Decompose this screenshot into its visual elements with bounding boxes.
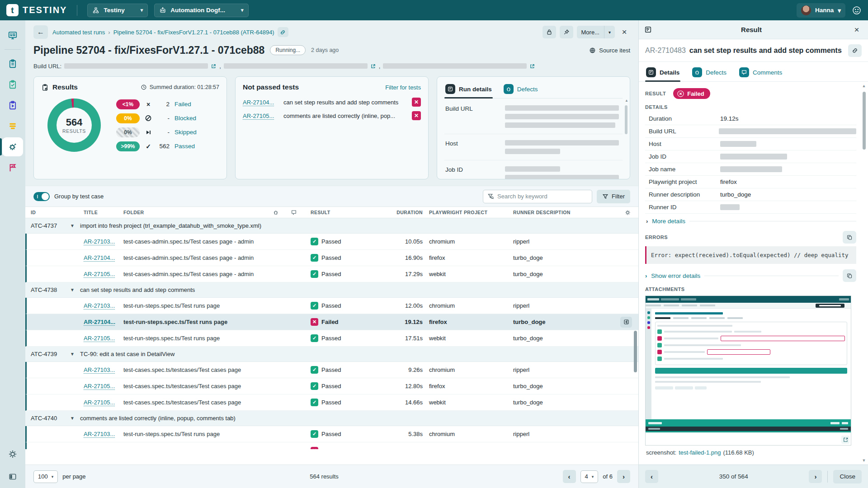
- col-folder[interactable]: FOLDER: [123, 210, 273, 215]
- expand-attachment-icon[interactable]: [841, 436, 849, 444]
- sidebar-item-test-cases[interactable]: [2, 54, 23, 73]
- group-row[interactable]: ATC-4740▼ comments are listed correctly …: [25, 411, 638, 426]
- table-row[interactable]: AR-27105... test-cases.spec.ts/testcases…: [25, 394, 638, 411]
- table-row[interactable]: AR-27103... test-cases.spec.ts/testcases…: [25, 362, 638, 378]
- search-input[interactable]: [497, 193, 588, 200]
- more-details-link[interactable]: ›More details: [645, 214, 856, 229]
- sidebar-item-requirements[interactable]: [2, 117, 23, 136]
- breadcrumb-link-runs[interactable]: Automated test runs: [52, 29, 105, 36]
- table-row[interactable]: AR-27103... test-run-steps.spec.ts/Test …: [25, 426, 638, 442]
- table-row[interactable]: AR-27103... test-cases-admin.spec.ts/Tes…: [25, 234, 638, 250]
- tab-run-details[interactable]: Run details: [444, 83, 493, 98]
- result-id-link[interactable]: AR-27105...: [84, 383, 115, 389]
- external-link-icon[interactable]: [529, 63, 535, 69]
- more-button[interactable]: More...: [577, 26, 604, 38]
- col-title[interactable]: TITLE: [84, 210, 123, 215]
- open-side-panel-button[interactable]: [620, 317, 632, 328]
- result-id-link[interactable]: AR-27104...: [84, 319, 115, 325]
- result-id-link[interactable]: AR-27104...: [84, 254, 115, 261]
- tab-comments[interactable]: Comments: [738, 66, 783, 81]
- group-row[interactable]: ATC-4737▼ import into fresh project (trl…: [25, 218, 638, 234]
- result-id-link[interactable]: AR-27105...: [243, 113, 278, 119]
- help-smiley-icon[interactable]: [852, 5, 862, 15]
- group-row[interactable]: ATC-4739▼ TC-90: edit a test case in Det…: [25, 347, 638, 362]
- tab-defects-panel[interactable]: Defects: [691, 66, 727, 81]
- pin-button[interactable]: [560, 26, 573, 38]
- table-scrollbar[interactable]: [634, 238, 638, 465]
- table-row-partial[interactable]: ✕: [25, 442, 638, 449]
- table-row[interactable]: AR-27105... test-run-steps.spec.ts/Test …: [25, 330, 638, 347]
- sidebar-item-test-plans[interactable]: [2, 75, 23, 94]
- project-selector[interactable]: Automation Dogf... ▾: [154, 4, 248, 17]
- lock-button[interactable]: [542, 26, 556, 38]
- result-id-link[interactable]: AR-27105...: [84, 399, 115, 406]
- expand-panel-icon[interactable]: [644, 26, 652, 33]
- scrollbar-thumb[interactable]: [863, 92, 866, 150]
- result-id-link[interactable]: AR-27105...: [84, 335, 115, 342]
- comment-column-icon[interactable]: [291, 209, 311, 216]
- per-page-select[interactable]: 100 ▾: [33, 470, 58, 483]
- sidebar-item-dashboard[interactable]: [2, 26, 23, 45]
- col-playwright-project[interactable]: PLAYWRIGHT PROJECT: [423, 210, 513, 215]
- prev-page-button[interactable]: ‹: [563, 470, 576, 483]
- sidebar-item-reports[interactable]: [2, 158, 23, 177]
- tab-details[interactable]: Details: [645, 66, 680, 81]
- group-row[interactable]: ATC-4738▼ can set step results and add s…: [25, 282, 638, 298]
- copy-errors-button[interactable]: [843, 231, 856, 244]
- col-id[interactable]: ID: [31, 210, 84, 215]
- breadcrumb-current[interactable]: Pipeline 52704 - fix/FixesForV1.27.1 - 0…: [113, 29, 274, 36]
- failed-x-icon[interactable]: ✕: [412, 98, 421, 107]
- close-panel-button[interactable]: ×: [851, 23, 863, 36]
- back-button[interactable]: ←: [33, 25, 48, 39]
- page-select[interactable]: 4 ▾: [580, 470, 599, 483]
- scroll-down-icon[interactable]: ▼: [862, 458, 866, 463]
- filter-for-tests-link[interactable]: Filter for tests: [385, 84, 421, 91]
- failed-x-icon[interactable]: ✕: [412, 111, 421, 120]
- table-row[interactable]: AR-27103... test-run-steps.spec.ts/Test …: [25, 298, 638, 314]
- result-id-link[interactable]: AR-27103...: [84, 431, 115, 437]
- card-scrollbar[interactable]: ▲: [625, 99, 628, 152]
- col-result[interactable]: RESULT: [311, 210, 383, 215]
- filter-button[interactable]: Filter: [597, 190, 630, 203]
- legend-label-link[interactable]: Passed: [175, 143, 195, 150]
- legend-label-link[interactable]: Skipped: [175, 129, 197, 136]
- tab-defects[interactable]: Defects: [503, 83, 539, 98]
- more-chevron-button[interactable]: ▾: [604, 26, 615, 38]
- next-page-button[interactable]: ›: [617, 470, 630, 483]
- external-link-icon[interactable]: [370, 63, 376, 69]
- legend-label-link[interactable]: Failed: [175, 101, 191, 108]
- group-by-toggle[interactable]: [33, 192, 50, 201]
- table-settings-gear-icon[interactable]: [611, 209, 638, 216]
- result-id-link[interactable]: AR-27104...: [243, 99, 278, 106]
- panel-scrollbar[interactable]: ▲ ▼: [861, 84, 867, 463]
- result-id-link[interactable]: AR-27105...: [84, 271, 115, 277]
- sidebar-item-test-runs[interactable]: [2, 96, 23, 115]
- sidebar-item-automation[interactable]: [2, 137, 23, 156]
- attachment-filename-link[interactable]: test-failed-1.png: [679, 449, 721, 456]
- scrollbar-thumb[interactable]: [634, 331, 637, 372]
- not-passed-item[interactable]: AR-27105... comments are listed correctl…: [243, 111, 421, 120]
- close-run-button[interactable]: ×: [618, 26, 630, 38]
- bug-column-icon[interactable]: [273, 209, 291, 216]
- col-duration[interactable]: DURATION: [383, 210, 423, 215]
- col-runner-description[interactable]: RUNNER DESCRIPTION: [513, 210, 611, 215]
- scroll-up-icon[interactable]: ▲: [862, 84, 866, 88]
- table-row[interactable]: AR-27104... test-run-steps.spec.ts/Test …: [25, 314, 638, 330]
- app-logo[interactable]: t TESTINY: [6, 4, 67, 16]
- copy-error-details-button[interactable]: [843, 269, 856, 282]
- org-selector[interactable]: Testiny ▾: [87, 4, 148, 17]
- external-link-icon[interactable]: [211, 63, 217, 69]
- table-row[interactable]: AR-27105... test-cases-admin.spec.ts/Tes…: [25, 266, 638, 282]
- table-row[interactable]: AR-27105... test-cases.spec.ts/testcases…: [25, 378, 638, 394]
- close-button[interactable]: Close: [833, 470, 862, 483]
- show-error-details-link[interactable]: Show error details: [651, 272, 700, 279]
- legend-label-link[interactable]: Blocked: [175, 115, 196, 122]
- collapse-panel-button[interactable]: [2, 471, 23, 483]
- copy-link-icon[interactable]: [278, 27, 288, 37]
- result-id-link[interactable]: AR-27103...: [84, 366, 115, 373]
- table-row[interactable]: AR-27104... test-cases-admin.spec.ts/Tes…: [25, 250, 638, 266]
- user-menu[interactable]: Hanna ▾: [797, 3, 845, 18]
- source-itest[interactable]: Source itest: [589, 47, 630, 54]
- next-result-button[interactable]: ›: [809, 470, 822, 483]
- result-id-link[interactable]: AR-27103...: [84, 238, 115, 245]
